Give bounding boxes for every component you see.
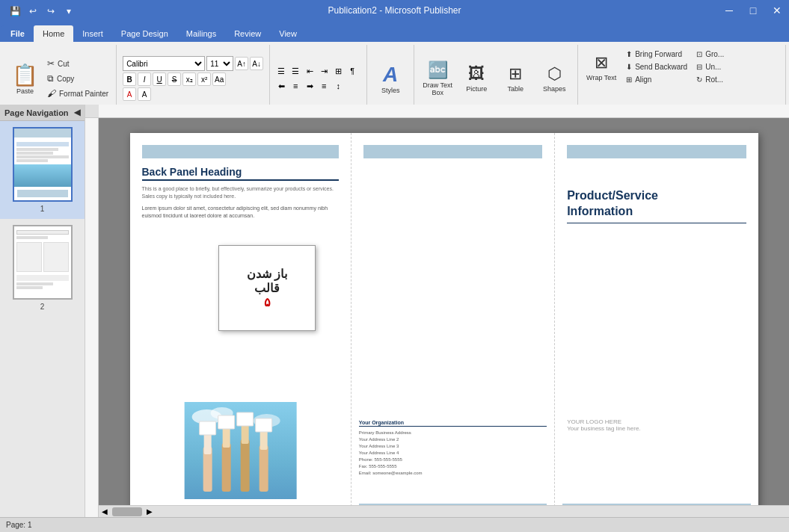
- horizontal-scrollbar[interactable]: ◀ ▶: [99, 505, 789, 517]
- page-1-thumbnail: [13, 127, 73, 202]
- table-icon: ⊞: [509, 64, 522, 84]
- increase-indent-btn[interactable]: ⇥: [317, 64, 331, 78]
- font-size-select[interactable]: 11: [206, 56, 233, 71]
- scroll-thumb-h[interactable]: [112, 507, 142, 516]
- ungroup-button[interactable]: ⊟Un...: [693, 61, 727, 72]
- align-right-btn[interactable]: ➡: [303, 79, 316, 93]
- table-button[interactable]: ⊞ Table: [497, 54, 534, 103]
- org-info: Your Organization Primary Business Addre…: [359, 420, 547, 477]
- vertical-ruler: [85, 118, 99, 517]
- increase-font-size-btn[interactable]: A↑: [235, 57, 248, 70]
- tagline-placeholder: Your business tag line here.: [567, 425, 640, 432]
- superscript-btn[interactable]: x²: [197, 72, 211, 86]
- picture-button[interactable]: 🖼 Picture: [458, 54, 495, 103]
- align-center-btn[interactable]: ≡: [289, 79, 302, 93]
- line-spacing-btn[interactable]: ↕: [331, 79, 345, 93]
- mid-panel-header-bar: [363, 145, 542, 158]
- app-title: Publication2 - Microsoft Publisher: [328, 5, 461, 16]
- show-marks-btn[interactable]: ¶: [346, 64, 359, 78]
- font-color-btn[interactable]: A: [123, 87, 136, 101]
- draw-text-box-button[interactable]: 🔤 Draw Text Box: [419, 54, 456, 103]
- tab-mailings[interactable]: Mailings: [177, 25, 225, 42]
- canvas-area[interactable]: باز شدن قالب ۵ Back Panel Heading This i…: [99, 118, 789, 517]
- align-left-btn[interactable]: ⬅: [274, 79, 288, 93]
- org-name: Your Organization: [359, 420, 547, 427]
- svg-rect-10: [222, 427, 230, 448]
- tab-insert[interactable]: Insert: [73, 25, 112, 42]
- status-bar: Page: 1: [0, 517, 789, 532]
- brochure-middle-panel: Your Organization Primary Business Addre…: [351, 133, 555, 517]
- clipboard-content: 📋 Paste ✂ Cut ⧉ Copy 🖌 Format Painter: [7, 46, 111, 111]
- template-popup: باز شدن قالب ۵: [218, 245, 316, 331]
- customize-quick-btn[interactable]: ▾: [61, 4, 76, 18]
- window-controls: ─ □ ✕: [717, 0, 789, 21]
- tab-review[interactable]: Review: [225, 25, 270, 42]
- svg-rect-1: [85, 105, 99, 118]
- scroll-right-btn[interactable]: ▶: [144, 507, 156, 516]
- product-service-heading: Product/ServiceInformation: [567, 188, 746, 223]
- para-buttons: ☰ ☰ ⇤ ⇥ ⊞ ¶ ⬅ ≡ ➡ ≡ ↕: [274, 64, 359, 93]
- redo-quick-btn[interactable]: ↪: [43, 4, 58, 18]
- scroll-left-btn[interactable]: ◀: [99, 507, 111, 516]
- font-name-select[interactable]: Calibri: [123, 56, 205, 71]
- numbered-list-btn[interactable]: ☰: [289, 64, 302, 78]
- svg-rect-18: [255, 418, 271, 432]
- font-toolbar: Calibri 11 A↑ A↓ B I U S x₂ x² Aa: [121, 55, 265, 102]
- page-navigation-panel: Page Navigation ◀ 1: [0, 105, 85, 517]
- horizontal-ruler: [85, 105, 789, 118]
- tab-file[interactable]: File: [1, 25, 34, 42]
- bold-btn[interactable]: B: [123, 72, 136, 86]
- styles-icon: A: [383, 63, 398, 87]
- highlight-color-btn[interactable]: A: [138, 87, 151, 101]
- page-2-thumbnail: [13, 225, 73, 300]
- align-button[interactable]: ⊞Align: [623, 74, 690, 85]
- bring-forward-button[interactable]: ⬆Bring Forward: [623, 49, 690, 60]
- draw-text-box-icon: 🔤: [428, 61, 448, 80]
- shapes-icon: ⬡: [547, 64, 562, 84]
- bullet-list-btn[interactable]: ☰: [274, 64, 288, 78]
- undo-quick-btn[interactable]: ↩: [25, 4, 40, 18]
- justify-btn[interactable]: ≡: [317, 79, 331, 93]
- columns-btn[interactable]: ⊞: [331, 64, 345, 78]
- page-info: Page: 1: [6, 521, 31, 529]
- brochure-right-panel: Product/ServiceInformation YOUR LOGO HER…: [555, 133, 758, 517]
- paste-button[interactable]: 📋 Paste: [7, 61, 43, 96]
- page-2-number: 2: [40, 303, 45, 311]
- strikethrough-btn[interactable]: S: [168, 72, 181, 86]
- popup-line1: باز شدن: [247, 267, 287, 281]
- wrap-text-button[interactable]: ⊠ Wrap Text: [583, 46, 620, 87]
- right-panel-header-bar: [567, 145, 746, 158]
- tab-page-design[interactable]: Page Design: [112, 25, 177, 42]
- decrease-indent-btn[interactable]: ⇤: [303, 64, 316, 78]
- decrease-font-size-btn[interactable]: A↓: [250, 57, 263, 70]
- styles-button[interactable]: A Styles: [372, 53, 409, 104]
- copy-button[interactable]: ⧉ Copy: [44, 72, 111, 85]
- collapse-nav-btn[interactable]: ◀: [74, 108, 80, 117]
- italic-btn[interactable]: I: [138, 72, 151, 86]
- underline-btn[interactable]: U: [153, 72, 166, 86]
- tab-home[interactable]: Home: [34, 25, 73, 42]
- svg-rect-11: [240, 439, 249, 492]
- wrap-text-icon: ⊠: [595, 53, 608, 72]
- rotate-button[interactable]: ↻Rot...: [693, 74, 727, 85]
- minimize-btn[interactable]: ─: [717, 0, 741, 21]
- picture-icon: 🖼: [468, 64, 485, 84]
- change-case-btn[interactable]: Aa: [212, 72, 226, 86]
- popup-line2: قالب: [254, 281, 280, 295]
- brochure-image: [130, 402, 351, 499]
- group-button[interactable]: ⊡Gro...: [693, 49, 727, 60]
- quick-access-toolbar: 💾 ↩ ↪ ▾: [7, 4, 76, 18]
- tab-view[interactable]: View: [270, 25, 306, 42]
- cut-button[interactable]: ✂ Cut: [44, 57, 111, 70]
- maximize-btn[interactable]: □: [741, 0, 765, 21]
- page-1-number: 1: [40, 205, 45, 213]
- format-painter-button[interactable]: 🖌 Format Painter: [44, 87, 111, 100]
- page-thumb-1[interactable]: 1: [0, 121, 85, 219]
- subscript-btn[interactable]: x₂: [182, 72, 196, 86]
- send-backward-button[interactable]: ⬇Send Backward: [623, 61, 690, 72]
- page-thumb-2[interactable]: 2: [0, 219, 85, 317]
- shapes-button[interactable]: ⬡ Shapes: [535, 54, 573, 103]
- arrange-content: ⊠ Wrap Text ⬆Bring Forward ⬇Send Backwar…: [583, 46, 781, 111]
- save-quick-btn[interactable]: 💾: [7, 4, 22, 18]
- close-btn[interactable]: ✕: [765, 0, 789, 21]
